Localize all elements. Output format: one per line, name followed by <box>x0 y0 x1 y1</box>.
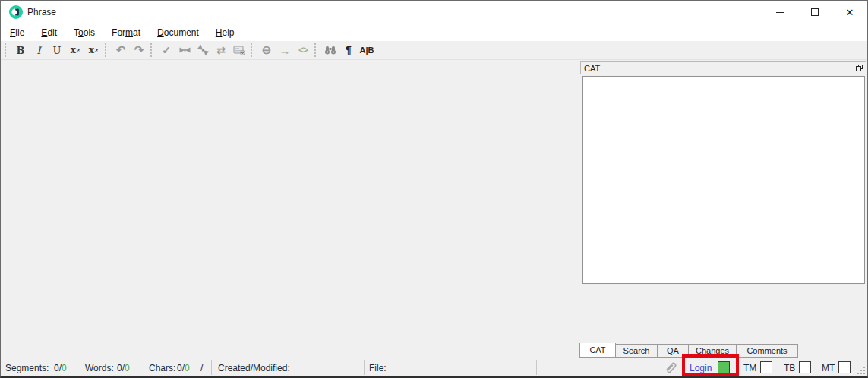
resize-grip-icon[interactable] <box>856 365 865 374</box>
cat-panel: CAT <box>579 61 867 358</box>
join-segments-icon[interactable] <box>175 42 194 58</box>
undo-group: ↶ ↷ <box>112 42 148 58</box>
tb-label: TB <box>784 363 795 373</box>
superscript-button[interactable]: x2 <box>84 42 103 58</box>
close-icon: ✕ <box>846 8 854 17</box>
tab-search[interactable]: Search <box>616 344 658 358</box>
menu-file[interactable]: File <box>3 25 31 40</box>
undo-icon[interactable]: ↶ <box>112 42 130 58</box>
tab-qa[interactable]: QA <box>658 344 689 358</box>
menu-document[interactable]: Document <box>150 25 206 40</box>
login-link[interactable]: Login <box>690 363 712 373</box>
toolbar: B I U x2 x2 ↶ ↷ ✓ ⇄ ⊖ → <box>1 41 867 60</box>
title-bar: Phrase ✕ <box>1 1 867 24</box>
cat-results-area[interactable] <box>582 76 865 284</box>
menu-edit[interactable]: Edit <box>34 25 64 40</box>
menu-tools[interactable]: Tools <box>67 25 102 40</box>
close-button[interactable]: ✕ <box>832 1 867 24</box>
chars-label: Chars: <box>149 363 175 373</box>
attachment-paperclip-icon[interactable] <box>664 361 678 375</box>
created-modified-label: Created/Modified: <box>218 363 290 373</box>
mt-label: MT <box>822 363 835 373</box>
words-label: Words: <box>85 363 114 373</box>
maximize-button[interactable] <box>797 1 832 24</box>
tm-checkbox[interactable] <box>760 361 772 373</box>
confirm-segment-icon[interactable]: ✓ <box>157 42 175 58</box>
statusbar-separator <box>816 360 816 375</box>
mt-checkbox[interactable] <box>838 361 851 373</box>
toolbar-handle <box>251 43 254 57</box>
toolbar-handle <box>5 43 8 57</box>
italic-button[interactable]: I <box>30 42 48 58</box>
case-toggle-icon[interactable]: A|B <box>358 42 376 58</box>
toggle-tags-icon[interactable]: <> <box>294 42 312 58</box>
extra-slash: / <box>200 363 203 373</box>
window-controls: ✕ <box>762 1 867 24</box>
menu-bar: File Edit Tools Format Document Help <box>1 24 867 41</box>
words-value: 0/0 <box>117 363 130 373</box>
cat-panel-title: CAT <box>584 64 856 73</box>
tm-label: TM <box>743 363 756 373</box>
segments-value: 0/0 <box>54 363 67 373</box>
menu-help[interactable]: Help <box>209 25 241 40</box>
panel-tabstrip: CAT Search QA Changes Comments <box>579 343 867 358</box>
underline-button[interactable]: U <box>48 42 66 58</box>
split-segment-icon[interactable] <box>194 42 212 58</box>
bold-button[interactable]: B <box>11 42 30 58</box>
subscript-button[interactable]: x2 <box>66 42 84 58</box>
app-window: Phrase ✕ File Edit Tools Format Document… <box>0 0 868 378</box>
find-binoculars-icon[interactable] <box>321 42 339 58</box>
statusbar-separator <box>211 360 212 375</box>
navigation-group: ⊖ → <> <box>257 42 312 58</box>
window-title: Phrase <box>27 7 56 17</box>
segment-group: ✓ ⇄ <box>157 42 248 58</box>
unconfirm-icon[interactable]: ⊖ <box>257 42 276 58</box>
statusbar-separator <box>364 360 365 375</box>
phrase-logo-icon <box>9 5 23 19</box>
segments-label: Segments: <box>5 363 49 373</box>
maximize-icon <box>811 8 819 16</box>
statusbar-separator <box>778 360 778 375</box>
format-group: B I U x2 x2 <box>11 42 103 58</box>
copy-source-icon[interactable]: ⇄ <box>212 42 230 58</box>
tab-cat[interactable]: CAT <box>579 343 616 358</box>
minimize-icon <box>776 12 784 13</box>
view-group: ¶ A|B <box>321 42 376 58</box>
login-status-checkbox[interactable] <box>718 361 730 373</box>
toolbar-handle <box>150 43 153 57</box>
status-bar: Segments: 0/0 Words: 0/0 Chars: 0/0 / Cr… <box>1 358 867 376</box>
statusbar-separator <box>536 360 537 375</box>
tab-changes[interactable]: Changes <box>689 344 737 358</box>
tab-comments[interactable]: Comments <box>737 344 798 358</box>
chars-value: 0/0 <box>177 363 190 373</box>
redo-icon[interactable]: ↷ <box>130 42 148 58</box>
cat-panel-header: CAT <box>580 61 866 74</box>
editor-area[interactable] <box>1 60 579 358</box>
toolbar-handle <box>314 43 317 57</box>
menu-format[interactable]: Format <box>105 25 147 40</box>
toolbar-handle <box>105 43 108 57</box>
file-label: File: <box>369 363 387 373</box>
insert-tag-icon[interactable] <box>230 42 248 58</box>
tb-checkbox[interactable] <box>799 361 811 373</box>
float-panel-icon[interactable] <box>856 65 863 71</box>
minimize-button[interactable] <box>762 1 797 24</box>
formatting-marks-icon[interactable]: ¶ <box>339 42 358 58</box>
next-segment-icon[interactable]: → <box>276 42 294 58</box>
